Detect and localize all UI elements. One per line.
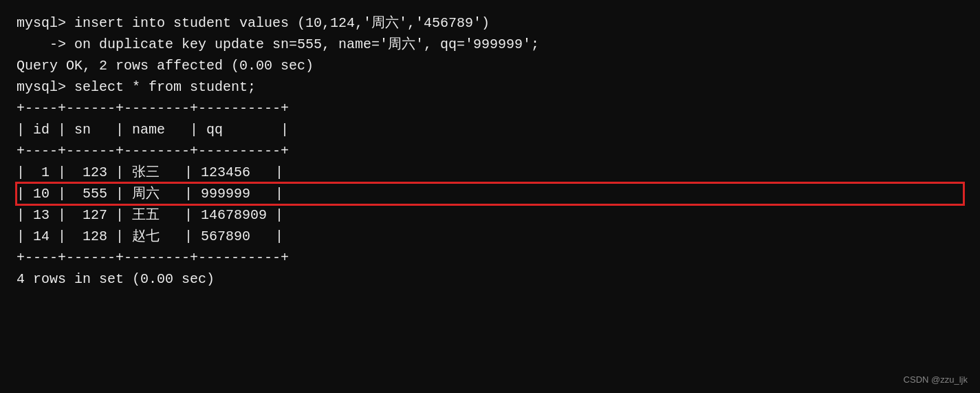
terminal-line-line1: mysql> insert into student values (10,12… bbox=[17, 12, 963, 34]
terminal-line-line6: +----+------+--------+----------+ bbox=[17, 98, 963, 119]
terminal-line-line7: | id | sn | name | qq | bbox=[17, 119, 963, 140]
terminal-line-line2: -> on duplicate key update sn=555, name=… bbox=[17, 34, 963, 55]
terminal-line-line12: | 14 | 128 | 赵七 | 567890 | bbox=[17, 226, 963, 247]
terminal-line-line5: mysql> select * from student; bbox=[17, 76, 963, 98]
terminal-line-line14: 4 rows in set (0.00 sec) bbox=[17, 268, 963, 290]
terminal-line-line8: +----+------+--------+----------+ bbox=[17, 140, 963, 162]
terminal-line-line10: | 10 | 555 | 周六 | 999999 | bbox=[17, 183, 963, 204]
terminal-line-line3: Query OK, 2 rows affected (0.00 sec) bbox=[17, 55, 963, 76]
terminal-line-line11: | 13 | 127 | 王五 | 14678909 | bbox=[17, 204, 963, 226]
terminal-line-line13: +----+------+--------+----------+ bbox=[17, 247, 963, 268]
watermark: CSDN @zzu_ljk bbox=[904, 374, 968, 385]
terminal-line-line9: | 1 | 123 | 张三 | 123456 | bbox=[17, 162, 963, 183]
terminal-container: mysql> insert into student values (10,12… bbox=[17, 12, 963, 290]
